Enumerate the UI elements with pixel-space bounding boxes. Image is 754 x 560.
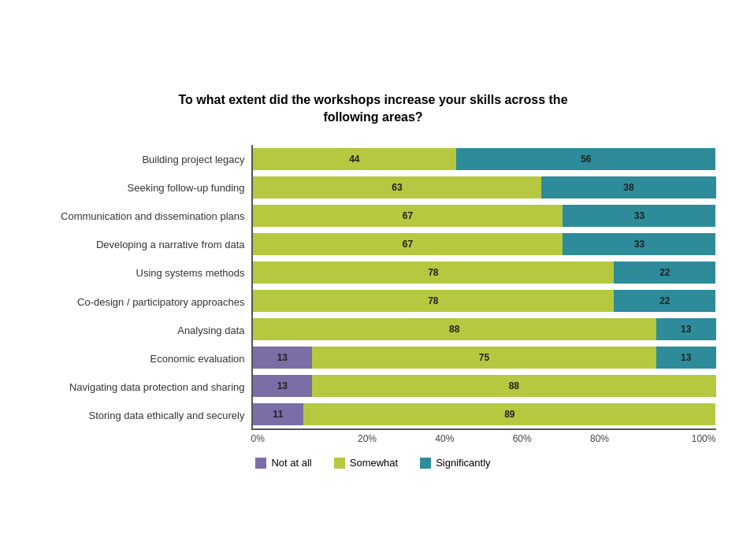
y-label-0: Building project legacy	[31, 145, 245, 173]
y-label-8: Navigating data protection and sharing	[31, 373, 245, 402]
bar-segment-seg-significantly: 33	[563, 233, 715, 255]
y-label-5: Co-design / participatory approaches	[31, 287, 245, 316]
bar-segment-seg-somewhat: 44	[253, 148, 457, 170]
bar-segment-seg-somewhat: 67	[253, 205, 563, 227]
y-label-4: Using systems methods	[31, 259, 245, 287]
x-axis: 0%20%40%60%80%100%	[251, 433, 716, 444]
legend-item-1: Somewhat	[334, 457, 398, 469]
x-tick-4: 80%	[561, 433, 638, 444]
bar-segment-seg-not-at-all: 13	[253, 375, 313, 397]
y-label-7: Economic evaluation	[31, 345, 245, 373]
legend-color-0	[255, 458, 266, 469]
legend-label-1: Somewhat	[350, 457, 398, 469]
bar-row-9: 1189	[253, 403, 716, 425]
bar-row-5: 7822	[253, 290, 716, 312]
bar-row-2: 6733	[253, 205, 716, 227]
bar-segment-seg-somewhat: 78	[253, 290, 615, 312]
bar-segment-seg-somewhat: 78	[253, 261, 615, 284]
chart-container: To what extent did the workshops increas…	[23, 76, 732, 485]
legend-color-1	[334, 458, 345, 469]
bar-row-8: 1388	[253, 375, 716, 397]
bar-row-4: 7822	[253, 261, 716, 284]
bar-segment-seg-significantly: 22	[614, 290, 715, 312]
legend-label-0: Not at all	[271, 457, 311, 469]
bar-segment-seg-significantly: 22	[614, 261, 715, 284]
bar-segment-seg-significantly: 13	[656, 347, 716, 369]
bar-segment-seg-not-at-all: 11	[253, 403, 304, 425]
bar-segment-seg-not-at-all: 13	[253, 347, 313, 369]
chart-body: Building project legacySeeking follow-up…	[31, 145, 716, 430]
bar-segment-seg-somewhat: 89	[303, 403, 715, 425]
bar-row-6: 8813	[253, 318, 716, 340]
bar-segment-seg-somewhat: 75	[312, 347, 656, 369]
bar-row-3: 6733	[253, 233, 716, 255]
bar-segment-seg-somewhat: 88	[312, 375, 715, 397]
x-tick-5: 100%	[638, 433, 715, 444]
legend-color-2	[420, 458, 431, 469]
bar-segment-seg-somewhat: 67	[253, 233, 563, 255]
bar-segment-seg-significantly: 13	[656, 318, 716, 340]
legend: Not at allSomewhatSignificantly	[31, 457, 716, 469]
y-label-6: Analysing data	[31, 317, 245, 345]
y-label-9: Storing data ethically and securely	[31, 402, 245, 430]
y-label-3: Developing a narrative from data	[31, 231, 245, 259]
y-axis: Building project legacySeeking follow-up…	[31, 145, 251, 430]
y-label-2: Communication and dissemination plans	[31, 202, 245, 231]
legend-label-2: Significantly	[436, 457, 490, 469]
legend-item-0: Not at all	[255, 457, 311, 469]
bar-segment-seg-significantly: 38	[541, 176, 715, 198]
x-tick-0: 0%	[251, 433, 329, 444]
bar-segment-seg-somewhat: 88	[253, 318, 656, 340]
x-tick-3: 60%	[483, 433, 560, 444]
bar-row-1: 6338	[253, 176, 716, 198]
x-tick-1: 20%	[329, 433, 406, 444]
x-tick-2: 40%	[406, 433, 483, 444]
bars-area: 4456633867336733782278228813137513138811…	[251, 145, 716, 430]
bar-segment-seg-significantly: 33	[563, 205, 715, 227]
bar-segment-seg-somewhat: 63	[253, 176, 542, 198]
legend-item-2: Significantly	[420, 457, 490, 469]
chart-title: To what extent did the workshops increas…	[31, 91, 716, 127]
bar-row-0: 4456	[253, 148, 716, 170]
bar-row-7: 137513	[253, 347, 716, 369]
y-label-1: Seeking follow-up funding	[31, 174, 245, 202]
bar-segment-seg-significantly: 56	[456, 148, 715, 170]
